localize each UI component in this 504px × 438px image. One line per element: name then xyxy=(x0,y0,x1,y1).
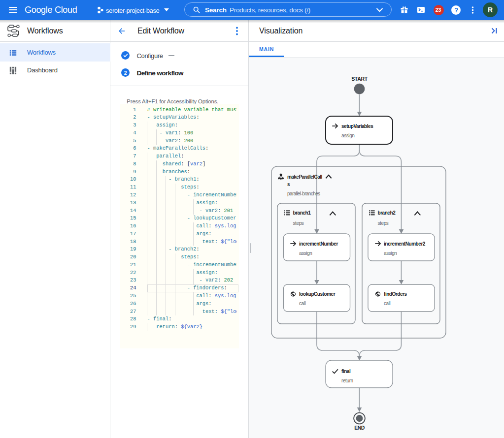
svg-text:incrementNumber2: incrementNumber2 xyxy=(384,241,426,247)
svg-text:final: final xyxy=(341,369,351,374)
svg-text:START: START xyxy=(351,76,368,82)
svg-text:incrementNumber: incrementNumber xyxy=(299,241,338,247)
svg-text:call: call xyxy=(384,301,391,306)
svg-text:steps: steps xyxy=(378,220,389,226)
svg-text:assign: assign xyxy=(384,250,397,256)
svg-text:lookupCustomer: lookupCustomer xyxy=(299,291,336,297)
svg-text:END: END xyxy=(354,425,365,431)
svg-text:s: s xyxy=(287,182,290,187)
svg-text:findOrders: findOrders xyxy=(384,291,407,297)
svg-text:parallel-branches: parallel-branches xyxy=(287,191,320,196)
svg-text:setupVariables: setupVariables xyxy=(341,124,373,129)
svg-text:assign: assign xyxy=(341,133,355,138)
svg-text:makeParallelCall: makeParallelCall xyxy=(287,174,322,180)
svg-text:branch1: branch1 xyxy=(293,210,311,216)
svg-text:return: return xyxy=(341,378,353,383)
svg-text:assign: assign xyxy=(299,250,312,256)
svg-text:steps: steps xyxy=(293,220,304,226)
svg-text:call: call xyxy=(299,301,306,306)
svg-text:branch2: branch2 xyxy=(378,210,396,216)
